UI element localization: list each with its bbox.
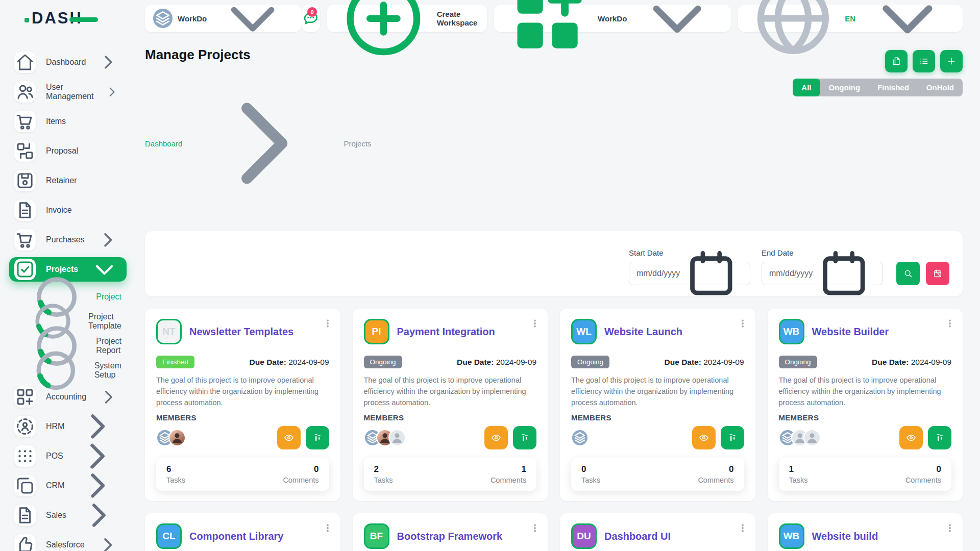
calendar-icon[interactable]: [813, 242, 875, 305]
card-menu-button[interactable]: [737, 318, 748, 329]
comments-label: Comments: [905, 476, 941, 484]
member-avatars: [156, 429, 186, 446]
search-button[interactable]: [896, 262, 920, 285]
card-menu-button[interactable]: [529, 318, 541, 329]
tasks-stat: 2Tasks: [374, 464, 393, 484]
calendar-icon[interactable]: [680, 242, 743, 305]
card-menu-button[interactable]: [322, 318, 333, 329]
project-tasks-button[interactable]: [721, 426, 744, 449]
project-initials-icon: CL: [156, 523, 182, 549]
task-bars-icon: [519, 432, 530, 443]
due-date: Due Date: 2024-09-09: [457, 358, 536, 367]
tab-finished[interactable]: Finished: [869, 79, 918, 96]
kebab-icon: [944, 318, 955, 329]
due-date: Due Date: 2024-09-09: [872, 358, 951, 367]
list-view-button[interactable]: [913, 50, 935, 72]
kebab-icon: [737, 522, 748, 534]
tab-ongoing[interactable]: Ongoing: [820, 79, 869, 96]
project-tasks-button[interactable]: [306, 426, 329, 449]
kebab-icon: [944, 522, 955, 534]
workdo-apps-button[interactable]: WorkDo: [494, 5, 731, 32]
project-title-link[interactable]: Dashboard UI: [604, 530, 671, 542]
sidebar-item-user-management[interactable]: User Management: [9, 80, 127, 104]
tab-onhold[interactable]: OnHold: [918, 79, 963, 96]
project-title-link[interactable]: Payment Integration: [397, 325, 495, 338]
page-header-right: AllOngoingFinishedOnHold: [793, 44, 963, 96]
card-header: WLWebsite Launch: [571, 319, 744, 344]
card-actions-row: [779, 426, 952, 449]
sidebar-subitem-label: Project Report: [96, 337, 121, 355]
project-card-newsletter-templates: NTNewsletter TemplatesFinishedDue Date: …: [145, 309, 340, 501]
project-initials-icon: NT: [156, 319, 182, 344]
project-card-website-builder: WBWebsite BuilderOngoingDue Date: 2024-0…: [768, 309, 963, 501]
export-button[interactable]: [885, 50, 908, 72]
language-selector[interactable]: EN: [738, 5, 963, 32]
card-header: NTNewsletter Templates: [156, 319, 329, 344]
create-workspace-button[interactable]: Create Workspace: [327, 5, 487, 32]
project-title-link[interactable]: Website Launch: [604, 325, 682, 338]
eye-icon: [905, 432, 917, 443]
card-menu-button[interactable]: [529, 522, 541, 534]
dots-grid-icon: [14, 445, 36, 467]
calendar-x-icon: [933, 268, 943, 279]
project-initials-icon: BF: [364, 523, 389, 549]
sidebar-subitem-label: Project Template: [88, 312, 121, 331]
sidebar-item-sales[interactable]: Sales: [9, 503, 127, 528]
sidebar-item-purchases[interactable]: Purchases: [9, 228, 127, 252]
project-card-bootstrap-framework: BFBootstrap FrameworkOngoingDue Date: 20…: [353, 513, 548, 551]
members-label: MEMBERS: [779, 413, 952, 422]
clear-filter-button[interactable]: [926, 262, 949, 285]
card-meta-row: FinishedDue Date: 2024-09-09: [156, 356, 329, 368]
card-actions-row: [571, 426, 744, 449]
card-menu-button[interactable]: [944, 522, 955, 534]
member-avatar-placeholder: [803, 429, 821, 446]
due-date: Due Date: 2024-09-09: [250, 358, 329, 367]
sidebar-subitem-system-setup[interactable]: System Setup: [14, 360, 121, 381]
sidebar-item-retainer[interactable]: Retainer: [9, 168, 127, 193]
card-header: BFBootstrap Framework: [364, 523, 537, 549]
status-filter-tabs: AllOngoingFinishedOnHold: [793, 79, 963, 96]
sidebar-item-salesforce[interactable]: Salesforce: [9, 533, 127, 551]
card-menu-button[interactable]: [322, 522, 333, 534]
project-title-link[interactable]: Website build: [812, 530, 878, 542]
project-tasks-button[interactable]: [513, 426, 536, 449]
card-buttons: [484, 426, 536, 449]
sidebar-item-items[interactable]: Items: [9, 109, 127, 134]
sidebar-item-proposal[interactable]: Proposal: [9, 139, 127, 163]
messages-button[interactable]: 0: [302, 5, 320, 32]
language-label: EN: [845, 14, 855, 23]
users-icon: [14, 81, 36, 103]
scan-user-icon: [14, 416, 36, 437]
view-project-button[interactable]: [692, 426, 716, 449]
view-project-button[interactable]: [899, 426, 923, 449]
chevron-right-icon: [104, 84, 120, 101]
sidebar-item-invoice[interactable]: Invoice: [9, 198, 127, 222]
sidebar-item-dashboard[interactable]: Dashboard: [9, 50, 127, 74]
tab-all[interactable]: All: [793, 79, 820, 96]
breadcrumb: Dashboard Projects: [145, 67, 372, 220]
project-title-link[interactable]: Bootstrap Framework: [397, 530, 503, 542]
end-date-input[interactable]: mm/dd/yyyy: [762, 262, 883, 285]
view-project-button[interactable]: [484, 426, 508, 449]
add-project-button[interactable]: [940, 50, 963, 72]
card-menu-button[interactable]: [737, 522, 748, 534]
comments-label: Comments: [698, 476, 733, 484]
kebab-icon: [529, 522, 541, 534]
card-stats: 6Tasks0Comments: [156, 458, 329, 491]
project-title-link[interactable]: Newsletter Templates: [189, 325, 293, 338]
workspace-selector[interactable]: WorkDo: [145, 5, 302, 32]
project-tasks-button[interactable]: [928, 426, 951, 449]
swap-icon: [14, 140, 36, 162]
sidebar-item-label: Proposal: [46, 146, 120, 156]
kebab-icon: [737, 318, 748, 329]
tasks-label: Tasks: [374, 476, 393, 484]
view-project-button[interactable]: [277, 426, 301, 449]
members-label: MEMBERS: [364, 413, 537, 422]
card-menu-button[interactable]: [944, 318, 955, 329]
start-date-input[interactable]: mm/dd/yyyy: [629, 262, 750, 285]
workspace-avatar-icon: [153, 9, 173, 28]
project-title-link[interactable]: Website Builder: [812, 325, 889, 338]
project-title-link[interactable]: Component Library: [189, 530, 283, 542]
chevron-right-icon: [95, 532, 120, 551]
breadcrumb-dashboard-link[interactable]: Dashboard: [145, 139, 182, 148]
